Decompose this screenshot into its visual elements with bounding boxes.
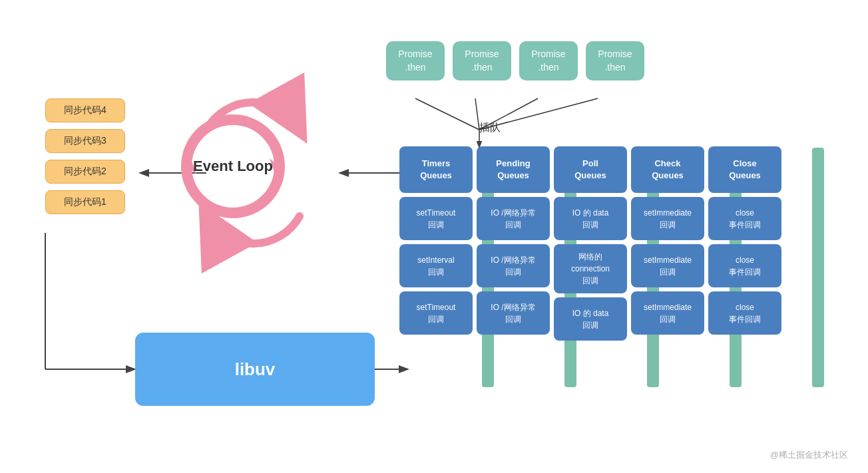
timers-header: TimersQueues [399,146,473,193]
promise-row: Promise.then Promise.then Promise.then P… [386,41,644,80]
pending-column: PendingQueues IO /网络异常回调 IO /网络异常回调 IO /… [477,146,550,341]
timers-card-3: setTimeout回调 [399,291,473,335]
pending-card-3: IO /网络异常回调 [477,291,550,335]
watermark: @稀土掘金技术社区 [770,449,848,461]
check-card-3: setImmediate回调 [631,291,704,335]
svg-rect-19 [812,148,824,387]
sync-item: 同步代码2 [45,160,125,184]
chajia-label: 插队 [479,121,501,135]
close-card-1: close事件回调 [708,197,781,240]
poll-card-1: IO 的 data回调 [554,197,627,240]
promise-box-2: Promise.then [453,41,511,80]
event-loop-circle: Event Loop [166,100,300,233]
event-loop-container: Event Loop [153,86,313,246]
sync-item: 同步代码1 [45,190,125,214]
check-header: CheckQueues [631,146,704,193]
check-card-2: setImmediate回调 [631,244,704,287]
timers-card-1: setTimeout回调 [399,197,473,240]
close-card-2: close事件回调 [708,244,781,287]
pending-header: PendingQueues [477,146,550,193]
promise-box-4: Promise.then [586,41,644,80]
sync-stack: 同步代码4同步代码3同步代码2同步代码1 [45,98,125,214]
check-column: CheckQueues setImmediate回调 setImmediate回… [631,146,704,341]
promise-box-3: Promise.then [519,41,578,80]
pending-card-2: IO /网络异常回调 [477,244,550,287]
close-column: CloseQueues close事件回调 close事件回调 close事件回… [708,146,781,341]
libuv-box: libuv [135,333,375,406]
event-loop-label: Event Loop [193,158,273,175]
pending-card-1: IO /网络异常回调 [477,197,550,240]
sync-item: 同步代码3 [45,129,125,153]
close-card-3: close事件回调 [708,291,781,335]
timers-card-2: setInterval回调 [399,244,473,287]
poll-card-2: 网络的connection回调 [554,244,627,293]
queues-area: TimersQueues setTimeout回调 setInterval回调 … [399,146,781,341]
svg-line-10 [415,98,479,130]
poll-card-3: IO 的 data回调 [554,297,627,341]
promise-box-1: Promise.then [386,41,445,80]
poll-header: PollQueues [554,146,627,193]
check-card-1: setImmediate回调 [631,197,704,240]
libuv-label: libuv [235,359,276,380]
close-header: CloseQueues [708,146,781,193]
poll-column: PollQueues IO 的 data回调 网络的connection回调 I… [554,146,627,341]
timers-column: TimersQueues setTimeout回调 setInterval回调 … [399,146,473,341]
sync-item: 同步代码4 [45,98,125,122]
